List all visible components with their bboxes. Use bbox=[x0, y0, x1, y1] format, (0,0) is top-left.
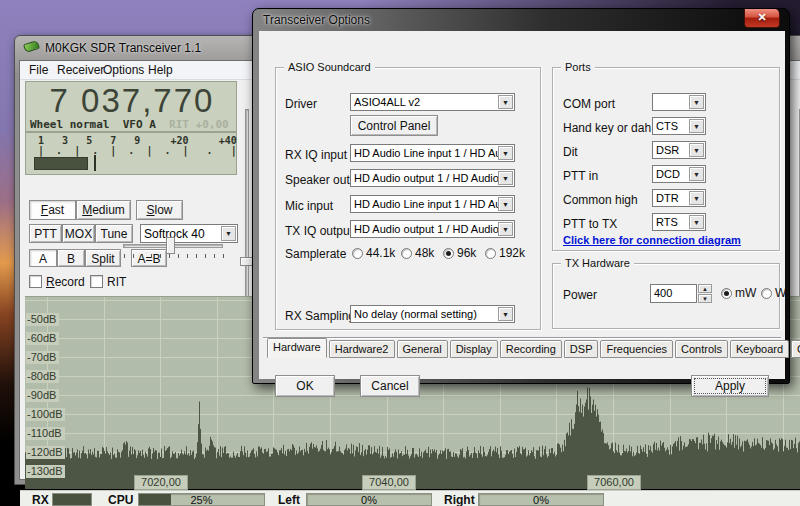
samplerate-48-radio[interactable] bbox=[401, 248, 412, 259]
dit-select[interactable]: DSR ▼ bbox=[652, 141, 706, 159]
frequency-tick-label: 7020,00 bbox=[134, 475, 188, 490]
close-button[interactable]: ✕ bbox=[744, 9, 780, 28]
split-button[interactable]: Split bbox=[85, 249, 121, 267]
chevron-down-icon[interactable]: ▼ bbox=[498, 197, 513, 211]
chevron-down-icon[interactable]: ▼ bbox=[221, 226, 236, 241]
rxiq-value: HD Audio Line input 1 / HD Audio bbox=[354, 147, 498, 159]
close-icon: ✕ bbox=[757, 11, 766, 23]
txiq-select[interactable]: HD Audio output 1 / HD Audio out ▼ bbox=[350, 220, 515, 238]
rit-checkbox[interactable] bbox=[90, 275, 103, 288]
cpu-label: CPU bbox=[108, 493, 133, 506]
record-checkbox[interactable] bbox=[29, 275, 42, 288]
power-spin-up[interactable]: ▲ bbox=[698, 284, 712, 293]
speaker-value: HD Audio output 1 / HD Audio out bbox=[354, 172, 498, 184]
ptt-to-tx-value: RTS bbox=[656, 216, 689, 228]
vfo-a-button[interactable]: A bbox=[29, 249, 57, 267]
control-panel-button[interactable]: Control Panel bbox=[350, 115, 438, 136]
left-label: Left bbox=[278, 493, 300, 506]
samplerate-44-radio[interactable] bbox=[352, 248, 363, 259]
com-port-select[interactable]: ▼ bbox=[652, 93, 706, 111]
tab-display[interactable]: Display bbox=[450, 340, 498, 358]
rit-label: RIT bbox=[107, 275, 126, 289]
ptt-in-select[interactable]: DCD ▼ bbox=[652, 165, 706, 183]
ptt-button[interactable]: PTT bbox=[29, 224, 62, 243]
chevron-down-icon[interactable]: ▼ bbox=[689, 215, 704, 229]
tab-keyboard[interactable]: Keyboard bbox=[730, 340, 789, 358]
tab-hardware2[interactable]: Hardware2 bbox=[329, 340, 395, 358]
menu-file[interactable]: File bbox=[29, 63, 48, 77]
speaker-select[interactable]: HD Audio output 1 / HD Audio out ▼ bbox=[350, 169, 515, 187]
power-input[interactable]: 400 bbox=[650, 284, 697, 303]
rxiq-select[interactable]: HD Audio Line input 1 / HD Audio ▼ bbox=[350, 144, 515, 162]
rxsampling-select[interactable]: No delay (normal setting) ▼ bbox=[350, 305, 515, 323]
common-high-select[interactable]: DTR ▼ bbox=[652, 189, 706, 207]
power-spin-down[interactable]: ▼ bbox=[698, 294, 712, 303]
chevron-down-icon[interactable]: ▼ bbox=[689, 119, 704, 133]
db-label: -120dB bbox=[26, 446, 65, 459]
tab-frequencies[interactable]: Frequencies bbox=[600, 340, 673, 358]
vfo-status: Wheel normal VFO A bbox=[30, 118, 156, 131]
handkey-label: Hand key or dah bbox=[563, 121, 651, 135]
driver-select[interactable]: ASIO4ALL v2 ▼ bbox=[350, 93, 515, 111]
db-label: -50dB bbox=[26, 313, 59, 326]
tab-hardware[interactable]: Hardware bbox=[267, 338, 327, 358]
db-label: -110dB bbox=[26, 427, 65, 440]
samplerate-192-radio[interactable] bbox=[485, 248, 496, 259]
agc-slow-button[interactable]: Slow bbox=[136, 200, 183, 220]
rxsampling-value: No delay (normal setting) bbox=[354, 308, 498, 320]
mic-label: Mic input bbox=[285, 199, 333, 213]
agc-medium-button[interactable]: Medium bbox=[76, 200, 131, 220]
tune-button[interactable]: Tune bbox=[95, 224, 133, 243]
chevron-down-icon[interactable]: ▼ bbox=[498, 307, 513, 321]
chevron-down-icon[interactable]: ▼ bbox=[689, 167, 704, 181]
chevron-down-icon[interactable]: ▼ bbox=[689, 143, 704, 157]
vfo-aeqb-button[interactable]: A=B bbox=[131, 249, 167, 267]
dialog-title: Transceiver Options bbox=[263, 13, 370, 27]
handkey-select[interactable]: CTS ▼ bbox=[652, 117, 706, 135]
chevron-down-icon[interactable]: ▼ bbox=[498, 171, 513, 185]
chevron-down-icon[interactable]: ▼ bbox=[689, 191, 704, 205]
menu-options[interactable]: Options bbox=[103, 63, 144, 77]
tab-colours[interactable]: Colours bbox=[791, 340, 800, 358]
common-high-label: Common high bbox=[563, 193, 638, 207]
ok-button[interactable]: OK bbox=[275, 375, 335, 397]
apply-button[interactable]: Apply bbox=[691, 375, 769, 397]
samplerate-label: Samplerate bbox=[285, 247, 346, 261]
volume-slider-track[interactable] bbox=[245, 109, 249, 299]
chevron-down-icon[interactable]: ▼ bbox=[498, 222, 513, 236]
radio-model-select[interactable]: Softrock 40 ▼ bbox=[140, 224, 238, 243]
rxiq-label: RX IQ input bbox=[285, 148, 347, 162]
cpu-value: 25% bbox=[139, 494, 264, 506]
tab-dsp[interactable]: DSP bbox=[564, 340, 599, 358]
tab-controls[interactable]: Controls bbox=[675, 340, 728, 358]
connection-diagram-link[interactable]: Click here for connection diagram bbox=[563, 234, 741, 246]
driver-label: Driver bbox=[285, 97, 317, 111]
frequency-tick-label: 7060,00 bbox=[587, 475, 641, 490]
chevron-down-icon[interactable]: ▼ bbox=[689, 95, 704, 109]
menu-receiver[interactable]: Receiver bbox=[57, 63, 104, 77]
power-unit-w-radio[interactable] bbox=[761, 288, 772, 299]
asio-group-legend: ASIO Soundcard bbox=[284, 61, 375, 73]
frequency-tick-label: 7040,00 bbox=[362, 475, 416, 490]
af-slider-ticks bbox=[124, 254, 224, 258]
right-meter: 0% bbox=[478, 493, 604, 506]
af-slider-thumb[interactable] bbox=[166, 237, 175, 254]
rx-indicator bbox=[52, 493, 92, 506]
chevron-down-icon[interactable]: ▼ bbox=[498, 95, 513, 109]
power-unit-mw-radio[interactable] bbox=[721, 288, 732, 299]
cancel-button[interactable]: Cancel bbox=[360, 375, 420, 397]
tab-general[interactable]: General bbox=[397, 340, 448, 358]
samplerate-96-radio[interactable] bbox=[443, 248, 454, 259]
agc-fast-button[interactable]: Fast bbox=[29, 200, 76, 220]
chevron-down-icon[interactable]: ▼ bbox=[498, 146, 513, 160]
mic-select[interactable]: HD Audio Line input 1 / HD Audio ▼ bbox=[350, 195, 515, 213]
mox-button[interactable]: MOX bbox=[62, 224, 95, 243]
samplerate-48-label: 48k bbox=[415, 246, 434, 260]
rit-status: RIT +0,00 bbox=[169, 118, 229, 131]
ptt-to-tx-select[interactable]: RTS ▼ bbox=[652, 213, 706, 231]
transceiver-options-dialog: Transceiver Options ✕ ASIO Soundcard Dri… bbox=[252, 8, 790, 384]
smeter-panel: 1 3 5 7 9 +20 +40 | . | . | . | . | . | … bbox=[25, 132, 237, 175]
menu-help[interactable]: Help bbox=[148, 63, 173, 77]
vfo-b-button[interactable]: B bbox=[57, 249, 85, 267]
tab-recording[interactable]: Recording bbox=[500, 340, 562, 358]
